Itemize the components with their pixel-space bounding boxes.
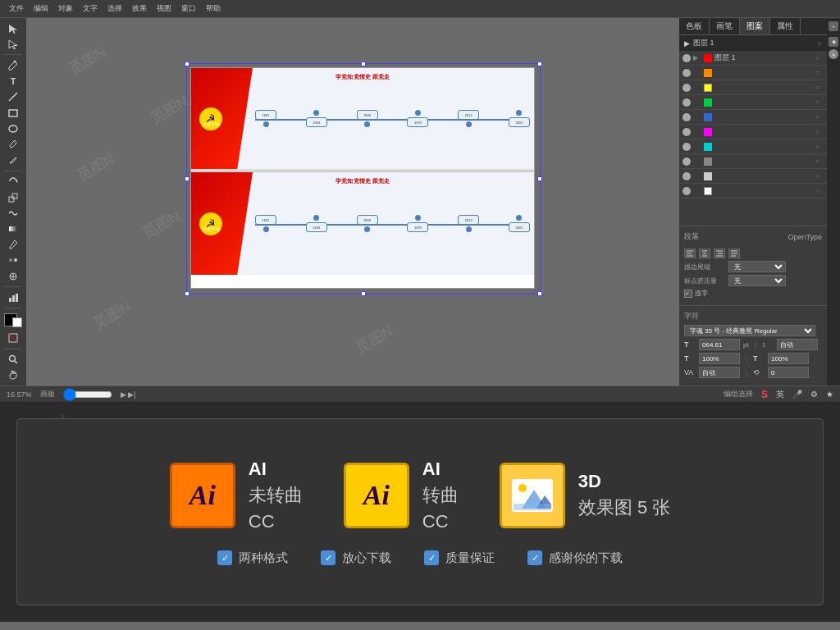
tool-none-color[interactable] — [3, 331, 23, 345]
layer-visibility[interactable] — [682, 172, 691, 180]
artboard-slider[interactable] — [63, 390, 112, 399]
layer-lock-icon[interactable]: ○ — [815, 98, 824, 107]
align-left-btn[interactable] — [684, 249, 696, 258]
layer-color-swatch — [704, 128, 712, 136]
tool-blend[interactable] — [3, 253, 23, 267]
corner-select[interactable]: 无 — [728, 275, 786, 286]
align-justify-btn[interactable] — [728, 249, 740, 258]
font-size-input[interactable] — [699, 339, 740, 350]
tool-symbol[interactable] — [3, 269, 23, 283]
layer-options-icon[interactable]: ○ — [818, 39, 822, 48]
font-select[interactable]: 字魂 35 号 - 经典雅黑 Regular — [684, 325, 815, 336]
selection-handle-tl[interactable] — [185, 62, 189, 66]
selection-handle-bl[interactable] — [185, 291, 189, 296]
format-title-ai-raw: AI — [249, 459, 303, 480]
tool-line[interactable] — [3, 90, 23, 104]
tool-pen[interactable] — [3, 58, 23, 72]
layer-lock-icon[interactable]: ○ — [815, 84, 824, 92]
align-right-btn[interactable] — [714, 249, 725, 258]
menu-item-text[interactable]: 文字 — [79, 2, 102, 16]
selection-handle-bm[interactable] — [361, 291, 366, 296]
layer-lock-icon[interactable]: ○ — [815, 128, 824, 136]
layer-row[interactable]: ▶ 图层 1 ○ — [679, 51, 827, 66]
layer-visibility[interactable] — [682, 187, 691, 195]
layer-visibility[interactable] — [682, 84, 691, 92]
tracking-input[interactable] — [699, 353, 740, 364]
tab-pattern[interactable]: 图案 — [740, 18, 770, 34]
selection-handle-tm[interactable] — [361, 62, 366, 66]
selection-handle-ml[interactable] — [185, 176, 189, 181]
tool-select[interactable] — [3, 21, 23, 35]
kerning-input[interactable] — [768, 353, 809, 364]
svg-marker-4 — [16, 180, 18, 183]
tool-rotate[interactable] — [3, 175, 23, 189]
layer-visibility[interactable] — [682, 143, 691, 151]
layer-row[interactable]: ○ — [679, 139, 827, 154]
panel-options-btn[interactable]: ● — [829, 49, 838, 59]
layer-visibility[interactable] — [682, 69, 691, 77]
menu-item-view[interactable]: 视图 — [153, 2, 176, 16]
menu-item-file[interactable]: 文件 — [5, 2, 28, 16]
selection-handle-mr[interactable] — [537, 176, 542, 181]
layer-row[interactable]: ○ — [679, 66, 827, 80]
tool-warp[interactable] — [3, 206, 23, 220]
tool-ellipse[interactable] — [3, 121, 23, 135]
align-center-btn[interactable] — [699, 249, 710, 258]
rotate-input[interactable] — [768, 367, 809, 378]
layer-lock-icon[interactable]: ○ — [815, 54, 824, 62]
menu-item-edit[interactable]: 编辑 — [30, 2, 52, 16]
stroke-select[interactable]: 无 — [728, 261, 786, 272]
panel-expand-btn[interactable]: ◆ — [829, 37, 838, 47]
tool-brush[interactable] — [3, 137, 23, 151]
menu-item-object[interactable]: 对象 — [54, 2, 77, 16]
layer-row[interactable]: ○ — [679, 169, 827, 184]
taskbar-icon-settings[interactable]: ⚙ — [810, 390, 818, 399]
tool-rect[interactable] — [3, 106, 23, 120]
layer-lock-icon[interactable]: ○ — [815, 69, 824, 77]
layer-lock-icon[interactable]: ○ — [815, 113, 824, 121]
tab-attributes[interactable]: 属性 — [770, 18, 801, 34]
layer-row[interactable]: ○ — [679, 125, 827, 139]
menu-item-window[interactable]: 窗口 — [177, 2, 200, 16]
selection-handle-tr[interactable] — [537, 62, 542, 66]
layer-lock-icon[interactable]: ○ — [815, 143, 824, 151]
tool-hand[interactable] — [3, 368, 23, 382]
panel-collapse-btn[interactable]: » — [829, 21, 838, 31]
layer-row[interactable]: ○ — [679, 154, 827, 169]
layer-visibility[interactable] — [682, 113, 691, 121]
selection-handle-br[interactable] — [537, 291, 542, 296]
layer-visibility[interactable] — [682, 128, 691, 136]
format-subtitle2-ai-raw: CC — [249, 511, 303, 532]
format-text-ai-raw: AI 未转曲 CC — [249, 459, 303, 532]
canvas-area[interactable]: 觅图N 觅图N 觅图N 觅图N 觅图N 觅图N 觅图N 觅图N 觅图N 觅图N … — [26, 18, 679, 386]
layer-row[interactable]: ○ — [679, 80, 827, 95]
color-fill[interactable] — [4, 313, 22, 327]
tab-swatch[interactable]: 色板 — [679, 18, 710, 34]
layer-lock-icon[interactable]: ○ — [815, 158, 824, 166]
menu-item-help[interactable]: 帮助 — [202, 2, 225, 16]
layer-expand-icon[interactable]: ▶ — [684, 39, 690, 48]
layer-row[interactable]: ○ — [679, 95, 827, 110]
tool-eyedropper[interactable] — [3, 238, 23, 252]
tool-direct-select[interactable] — [3, 37, 23, 51]
layer-visibility[interactable] — [682, 158, 691, 166]
tab-brush[interactable]: 画笔 — [710, 18, 740, 34]
line-height-input[interactable] — [777, 339, 818, 350]
tool-pencil[interactable] — [3, 153, 23, 167]
layer-row[interactable]: ○ — [679, 110, 827, 125]
tool-type[interactable]: T — [3, 74, 23, 88]
menu-item-select[interactable]: 选择 — [103, 2, 126, 16]
baseline-input[interactable] — [699, 367, 740, 378]
menu-item-effect[interactable]: 效果 — [128, 2, 151, 16]
layer-row[interactable]: ○ — [679, 184, 827, 199]
typography-panel: 字符 字魂 35 号 - 经典雅黑 Regular T pt | ↕ T — [679, 305, 827, 386]
tool-gradient[interactable] — [3, 221, 23, 235]
layer-lock-icon[interactable]: ○ — [815, 172, 824, 180]
layer-visibility-toggle[interactable] — [682, 54, 691, 62]
ligature-checkbox[interactable] — [684, 290, 692, 298]
tool-scale[interactable] — [3, 190, 23, 204]
tool-zoom[interactable] — [3, 352, 23, 366]
layer-lock-icon[interactable]: ○ — [815, 187, 824, 195]
layer-visibility[interactable] — [682, 98, 691, 107]
tool-graph[interactable] — [3, 290, 23, 304]
